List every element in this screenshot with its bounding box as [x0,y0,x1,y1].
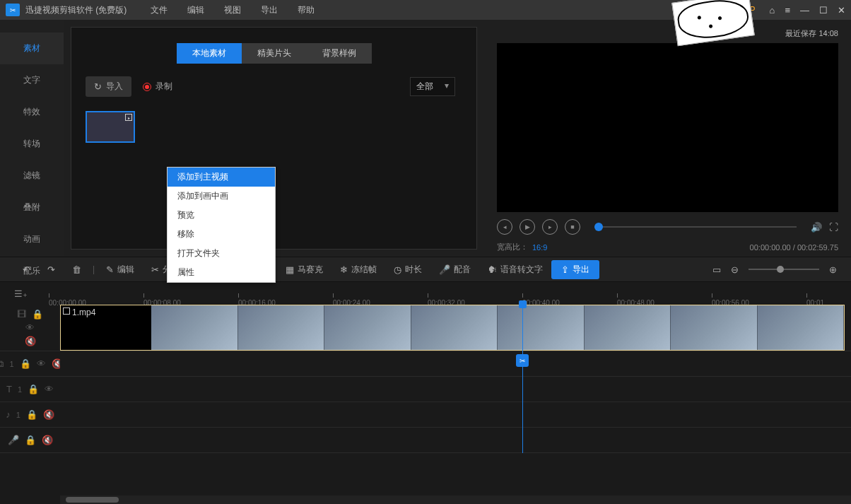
preview-video[interactable] [497,43,838,212]
sidebar-item-filter[interactable]: 滤镜 [0,160,64,192]
sidebar-item-text[interactable]: 文字 [0,64,64,96]
maximize-icon[interactable]: ☐ [819,5,828,16]
filter-select[interactable]: 全部 [410,77,455,96]
speech-icon: 🗣 [488,264,497,275]
tab-intro[interactable]: 精美片头 [242,43,307,64]
minimize-icon[interactable]: — [800,5,809,16]
export-icon: ⇪ [561,264,569,275]
delete-button[interactable]: 🗑 [64,257,90,281]
import-button[interactable]: ↻ 导入 [86,76,131,97]
edit-button[interactable]: ✎编辑 [98,257,143,281]
ctx-open-folder[interactable]: 打开文件夹 [168,244,275,263]
zoom-slider[interactable] [749,269,819,270]
record-label: 录制 [155,81,172,93]
timeline-scrollbar[interactable] [60,496,851,504]
ctx-add-pip[interactable]: 添加到画中画 [168,187,275,206]
eye-icon[interactable]: 👁 [25,322,35,333]
add-track-button[interactable]: ☰₊ [14,288,28,299]
ctx-remove[interactable]: 移除 [168,225,275,244]
music-track-icon: ♪ [6,409,11,420]
scissors-icon: ✂ [151,264,159,275]
app-logo-icon: ✂ [6,4,20,16]
sidebar-item-animation[interactable]: 动画 [0,223,64,255]
music-track-body[interactable] [60,402,851,427]
playhead-cut-icon[interactable]: ✂ [516,354,529,367]
play-button[interactable]: ▶ [520,219,535,235]
stop-button[interactable]: ■ [565,219,580,235]
ctx-preview[interactable]: 预览 [168,206,275,225]
home-icon[interactable]: ⌂ [770,5,775,16]
lock-icon[interactable]: 🔒 [26,409,37,420]
clock-icon: ◷ [394,264,401,275]
menu-edit[interactable]: 编辑 [177,4,214,16]
sidebar-item-material[interactable]: 素材 [0,33,64,64]
menu-file[interactable]: 文件 [141,4,177,16]
next-frame-button[interactable]: ▸ [542,219,558,235]
media-thumbnail[interactable] [86,111,135,143]
pip-track: ⧉1🔒👁🔇 [0,351,851,377]
eye-icon[interactable]: 👁 [45,384,54,394]
prev-frame-button[interactable]: ◂ [497,219,512,235]
lock-icon[interactable]: 🔒 [32,309,43,320]
music-track: ♪1🔒🔇 [0,402,851,428]
stt-button[interactable]: 🗣语音转文字 [479,257,551,281]
lock-icon[interactable]: 🔒 [25,435,36,445]
video-track-body[interactable]: 1.mp4 [60,305,851,351]
mosaic-button[interactable]: ▦马赛克 [277,257,331,281]
menu-help[interactable]: 帮助 [288,4,324,16]
hamburger-icon[interactable]: ≡ [785,5,790,16]
aspect-value[interactable]: 16:9 [532,243,547,252]
pip-track-body[interactable] [60,351,851,376]
duration-button[interactable]: ◷时长 [385,257,430,281]
snowflake-icon: ❄ [340,264,348,275]
undo-button[interactable]: ↶ [14,257,39,281]
volume-icon[interactable]: 🔊 [811,222,822,233]
preview-panel: 最近保存 14:08 ◂ ▶ ▸ ■ 🔊 ⛶ 宽高比： 16:9 00:00:0… [484,20,851,257]
text-track-body[interactable] [60,377,851,402]
mute-icon[interactable]: 🔇 [43,409,54,420]
tab-local[interactable]: 本地素材 [177,43,242,64]
lock-icon[interactable]: 🔒 [28,384,39,394]
export-button[interactable]: ⇪导出 [551,260,599,279]
menu-view[interactable]: 视图 [214,4,251,16]
freeze-button[interactable]: ❄冻结帧 [331,257,385,281]
close-icon[interactable]: ✕ [838,5,845,16]
ctx-properties[interactable]: 属性 [168,263,275,282]
timeline: ☰₊ 00:00:00.0000:00:08.0000:00:16.0000:0… [0,282,851,504]
fit-icon[interactable]: ▭ [712,264,721,275]
time-display: 00:00:00.00 / 00:02:59.75 [750,243,838,252]
refresh-icon: ↻ [94,81,102,92]
sidebar-item-transition[interactable]: 转场 [0,128,64,160]
preview-slider[interactable] [594,226,797,228]
sidebar-item-effects[interactable]: 特效 [0,96,64,128]
material-panel: 本地素材 精美片头 背景样例 ↻ 导入 录制 全部 添加到主视频 添加到画中画 … [71,27,477,250]
mute-icon[interactable]: 🔇 [25,336,36,346]
left-sidebar: 素材 文字 特效 转场 滤镜 叠附 动画 配乐 [0,20,64,257]
menu-export[interactable]: 导出 [251,4,288,16]
filter-selected: 全部 [416,81,433,91]
zoom-out-icon[interactable]: ⊖ [731,264,739,275]
tab-background[interactable]: 背景样例 [307,43,372,64]
fullscreen-icon[interactable]: ⛶ [829,222,838,233]
voice-track-icon: 🎤 [8,435,19,445]
mic-icon: 🎤 [439,264,450,275]
clip-type-icon [63,307,70,315]
sidebar-item-overlay[interactable]: 叠附 [0,192,64,223]
text-track-icon: T [6,384,12,394]
eye-icon[interactable]: 👁 [37,358,46,369]
app-title: 迅捷视频剪辑软件 (免费版) [25,4,127,16]
zoom-in-icon[interactable]: ⊕ [829,264,837,275]
playhead[interactable]: ✂ [522,305,523,453]
video-track-icon: 🎞 [17,309,26,320]
record-button[interactable]: 录制 [143,81,172,93]
mute-icon[interactable]: 🔇 [42,435,53,445]
ctx-add-main[interactable]: 添加到主视频 [168,168,275,187]
redo-button[interactable]: ↷ [39,257,64,281]
video-clip[interactable]: 1.mp4 [60,305,845,351]
record-icon [143,83,151,91]
pencil-icon: ✎ [106,264,114,275]
lock-icon[interactable]: 🔒 [20,358,31,369]
dub-button[interactable]: 🎤配音 [430,257,479,281]
voice-track-body[interactable] [60,428,851,452]
window-controls: ⌂ ≡ — ☐ ✕ [770,5,845,16]
